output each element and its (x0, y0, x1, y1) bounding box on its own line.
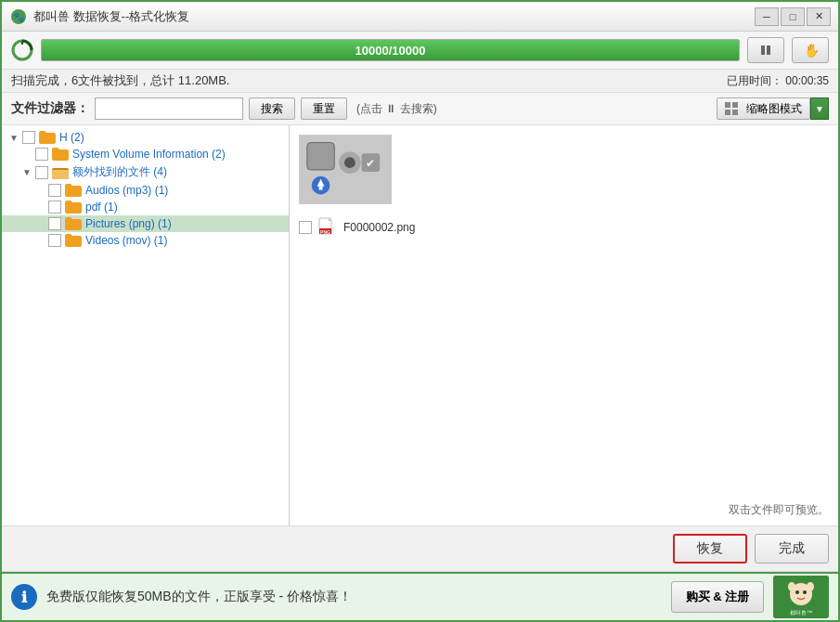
tree-item-pictures[interactable]: Pictures (png) (1) (2, 215, 289, 232)
folder-icon-h (39, 131, 56, 144)
search-button[interactable]: 搜索 (249, 97, 295, 120)
tree-item-system-volume[interactable]: System Volume Information (2) (2, 146, 289, 162)
svg-point-27 (803, 590, 807, 594)
checkbox-extra-files[interactable] (35, 166, 48, 179)
thumbnail-image[interactable]: ✔ (299, 135, 392, 204)
svg-point-26 (795, 590, 799, 594)
svg-point-29 (807, 582, 814, 591)
folder-icon-audios (65, 184, 82, 197)
svg-rect-7 (725, 102, 730, 108)
buy-button[interactable]: 购买 & 注册 (671, 581, 764, 613)
time-value: 00:00:35 (785, 74, 829, 87)
tree-label-h: H (2) (59, 131, 84, 144)
app-icon: 🐾 (9, 7, 28, 26)
reset-button[interactable]: 重置 (301, 97, 347, 120)
preview-hint: 双击文件即可预览。 (729, 502, 829, 518)
info-symbol: ℹ (21, 589, 27, 606)
main-content: ▼ H (2) System Volume Information (2) (2, 125, 838, 526)
file-name-f0000002: F0000002.png (343, 221, 415, 234)
folder-icon-extra-files (52, 166, 69, 179)
svg-text:✋: ✋ (804, 43, 818, 58)
folder-icon-videos (65, 234, 82, 247)
recover-button[interactable]: 恢复 (673, 534, 747, 564)
svg-rect-4 (761, 45, 765, 55)
tree-label-extra-files: 额外找到的文件 (4) (72, 164, 167, 180)
svg-rect-16 (319, 187, 323, 190)
tree-item-pdf[interactable]: pdf (1) (2, 199, 289, 215)
tree-label-pictures: Pictures (png) (1) (85, 217, 172, 230)
svg-text:🐾: 🐾 (13, 11, 25, 23)
title-bar: 🐾 都叫兽 数据恢复--格式化恢复 ─ □ ✕ (2, 2, 838, 32)
complete-button[interactable]: 完成 (755, 534, 829, 564)
file-thumbnail-container[interactable]: ✔ (299, 135, 392, 204)
close-button[interactable]: ✕ (807, 7, 831, 26)
svg-rect-10 (732, 110, 738, 115)
folder-icon-pdf (65, 201, 82, 214)
view-mode-button[interactable]: 缩略图模式 (717, 97, 810, 120)
checkbox-h[interactable] (22, 131, 35, 144)
checkbox-pdf[interactable] (48, 201, 61, 214)
tree-item-extra-files[interactable]: ▼ 额外找到的文件 (4) (2, 162, 289, 182)
progress-bar-fill: 10000/10000 (42, 40, 739, 60)
svg-text:都叫兽™: 都叫兽™ (790, 610, 812, 616)
bottom-buttons: 恢复 完成 (2, 526, 838, 572)
filter-input[interactable] (95, 97, 243, 120)
progress-bar-container: 10000/10000 (41, 39, 740, 61)
svg-rect-5 (767, 45, 770, 55)
progress-value: 10000/10000 (355, 44, 426, 58)
ad-footer: ℹ 免费版仅能恢复50MB的文件，正版享受 - 价格惊喜！ 购买 & 注册 都叫… (2, 572, 838, 620)
main-window: 🐾 都叫兽 数据恢复--格式化恢复 ─ □ ✕ 10000/10000 (0, 0, 840, 622)
checkbox-pictures[interactable] (48, 217, 61, 230)
filter-label: 文件过滤器： (11, 100, 89, 117)
checkbox-system-volume[interactable] (35, 148, 48, 161)
status-text: 扫描完成，6文件被找到，总计 11.20MB. (11, 72, 230, 89)
checkbox-videos[interactable] (48, 234, 61, 247)
thumbnail-svg: ✔ (300, 135, 391, 204)
stop-button[interactable]: ✋ (792, 37, 829, 63)
tree-label-pdf: pdf (1) (85, 201, 118, 214)
svg-text:PNG: PNG (320, 229, 330, 235)
view-dropdown-button[interactable]: ▼ (810, 97, 829, 120)
minimize-button[interactable]: ─ (755, 7, 779, 26)
window-title: 都叫兽 数据恢复--格式化恢复 (33, 8, 755, 25)
svg-text:✔: ✔ (366, 157, 375, 169)
view-mode-container: 缩略图模式 ▼ (717, 97, 829, 120)
mascot-image: 都叫兽™ (773, 576, 829, 618)
filter-bar: 文件过滤器： 搜索 重置 (点击 ⏸ 去搜索) 缩略图模式 ▼ (2, 93, 838, 125)
info-icon: ℹ (11, 584, 37, 610)
folder-icon-pictures (65, 217, 82, 230)
expand-extra[interactable]: ▼ (22, 167, 35, 177)
tree-item-h[interactable]: ▼ H (2) (2, 129, 289, 146)
tree-label-audios: Audios (mp3) (1) (85, 184, 168, 197)
search-hint: (点击 ⏸ 去搜索) (356, 101, 437, 117)
status-bar: 扫描完成，6文件被找到，总计 11.20MB. 已用时间： 00:00:35 (2, 70, 838, 93)
preview-area: ✔ PNG F0000002.png 双击文件即可预览。 (290, 125, 838, 525)
view-mode-label: 缩略图模式 (746, 101, 802, 117)
checkbox-audios[interactable] (48, 184, 61, 197)
spin-icon (11, 39, 33, 61)
maximize-button[interactable]: □ (781, 7, 805, 26)
file-checkbox-f0000002[interactable] (299, 221, 312, 234)
svg-point-28 (788, 582, 795, 591)
svg-rect-12 (307, 143, 334, 170)
svg-rect-9 (725, 110, 730, 115)
file-item-f0000002[interactable]: PNG F0000002.png (299, 214, 829, 241)
window-controls: ─ □ ✕ (755, 7, 831, 26)
svg-point-18 (344, 157, 355, 168)
ad-text: 免费版仅能恢复50MB的文件，正版享受 - 价格惊喜！ (46, 589, 662, 605)
time-label: 已用时间： (727, 74, 782, 87)
tree-item-audios[interactable]: Audios (mp3) (1) (2, 182, 289, 199)
pause-button[interactable] (747, 37, 784, 63)
svg-rect-8 (732, 102, 738, 108)
file-icon-f0000002: PNG (317, 217, 338, 238)
mascot-svg: 都叫兽™ (773, 576, 829, 618)
progress-area: 10000/10000 ✋ (2, 32, 838, 70)
expand-h[interactable]: ▼ (9, 133, 22, 143)
tree-item-videos[interactable]: Videos (mov) (1) (2, 232, 289, 249)
folder-icon-system-volume (52, 148, 69, 161)
tree-label-videos: Videos (mov) (1) (85, 234, 167, 247)
file-tree[interactable]: ▼ H (2) System Volume Information (2) (2, 125, 290, 525)
tree-label-system-volume: System Volume Information (2) (72, 148, 226, 161)
time-info: 已用时间： 00:00:35 (727, 73, 829, 89)
